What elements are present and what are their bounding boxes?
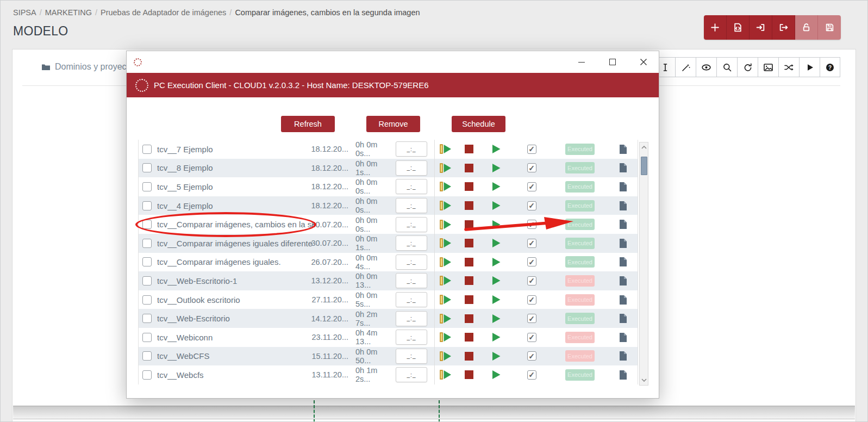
tab-dominios-y-proyectos[interactable]: Dominios y proyectos — [41, 62, 138, 72]
schedule-time-input[interactable] — [396, 217, 427, 232]
play-button[interactable] — [481, 271, 511, 290]
stop-button[interactable] — [457, 159, 481, 178]
report-document-button[interactable] — [608, 290, 638, 309]
stop-button[interactable] — [457, 177, 481, 196]
breadcrumb-item-pruebas[interactable]: Pruebas de Adaptador de imágenes — [101, 8, 226, 17]
table-scrollbar[interactable] — [639, 142, 648, 386]
help-button[interactable]: ? — [820, 57, 840, 77]
schedule-time-input[interactable] — [396, 349, 427, 364]
run-from-start-button[interactable] — [434, 196, 457, 215]
schedule-time-input[interactable] — [396, 255, 427, 270]
report-document-button[interactable] — [608, 159, 638, 178]
close-button[interactable] — [628, 51, 659, 73]
row-select-checkbox[interactable] — [142, 220, 152, 229]
eye-button[interactable] — [696, 57, 716, 77]
report-document-button[interactable] — [608, 347, 638, 366]
row-select-checkbox[interactable] — [142, 333, 152, 342]
stop-button[interactable] — [457, 253, 481, 272]
run-from-start-button[interactable] — [434, 365, 457, 384]
schedule-time-input[interactable] — [396, 292, 427, 307]
report-document-button[interactable] — [608, 253, 638, 272]
row-select-checkbox[interactable] — [142, 295, 152, 305]
row-select-checkbox[interactable] — [142, 182, 152, 191]
minimize-button[interactable] — [566, 51, 597, 73]
row-select-checkbox[interactable] — [142, 145, 152, 154]
executed-checkbox[interactable]: ✓ — [527, 182, 536, 191]
window-titlebar[interactable] — [127, 51, 659, 73]
play-button[interactable] — [481, 196, 511, 215]
unlock-button[interactable] — [795, 15, 818, 40]
executed-checkbox[interactable]: ✓ — [527, 145, 536, 154]
report-document-button[interactable] — [608, 177, 638, 196]
run-from-start-button[interactable] — [434, 253, 457, 272]
row-select-checkbox[interactable] — [142, 276, 152, 286]
report-document-button[interactable] — [608, 140, 638, 159]
schedule-button[interactable]: Schedule — [452, 116, 505, 132]
run-from-start-button[interactable] — [434, 328, 457, 347]
run-from-start-button[interactable] — [434, 234, 457, 253]
executed-checkbox[interactable]: ✓ — [527, 220, 536, 229]
remove-button[interactable]: Remove — [366, 116, 420, 132]
report-document-button[interactable] — [608, 234, 638, 253]
executed-checkbox[interactable]: ✓ — [527, 370, 536, 380]
schedule-time-input[interactable] — [396, 198, 427, 213]
executed-checkbox[interactable]: ✓ — [527, 351, 536, 361]
row-select-checkbox[interactable] — [142, 163, 152, 172]
play-button[interactable] — [481, 215, 511, 234]
search-button[interactable] — [716, 57, 737, 77]
run-from-start-button[interactable] — [434, 347, 457, 366]
row-select-checkbox[interactable] — [142, 257, 152, 266]
schedule-time-input[interactable] — [396, 235, 427, 251]
row-select-checkbox[interactable] — [142, 239, 152, 248]
executed-checkbox[interactable]: ✓ — [527, 239, 536, 248]
report-document-button[interactable] — [608, 328, 638, 347]
stop-button[interactable] — [457, 234, 481, 253]
schedule-time-input[interactable] — [396, 141, 427, 157]
stop-button[interactable] — [457, 196, 481, 215]
play-button[interactable] — [481, 140, 511, 159]
row-select-checkbox[interactable] — [142, 201, 152, 210]
stop-button[interactable] — [457, 271, 481, 290]
report-document-button[interactable] — [608, 365, 638, 384]
executed-checkbox[interactable]: ✓ — [527, 163, 536, 172]
row-select-checkbox[interactable] — [142, 314, 152, 323]
play-button[interactable] — [481, 290, 511, 309]
run-from-start-button[interactable] — [434, 290, 457, 309]
report-document-button[interactable] — [608, 309, 638, 328]
executed-checkbox[interactable]: ✓ — [527, 276, 536, 286]
maximize-button[interactable] — [597, 51, 628, 73]
breadcrumb-item-marketing[interactable]: MARKETING — [45, 8, 92, 17]
refresh-button[interactable] — [737, 57, 758, 77]
magic-wand-button[interactable] — [675, 57, 696, 77]
run-from-start-button[interactable] — [434, 215, 457, 234]
stop-button[interactable] — [457, 347, 481, 366]
executed-checkbox[interactable]: ✓ — [527, 333, 536, 342]
run-from-start-button[interactable] — [434, 140, 457, 159]
export-button[interactable] — [772, 15, 795, 40]
executed-checkbox[interactable]: ✓ — [527, 314, 536, 323]
run-from-start-button[interactable] — [434, 309, 457, 328]
shuffle-button[interactable] — [778, 57, 799, 77]
row-select-checkbox[interactable] — [142, 370, 152, 380]
run-from-start-button[interactable] — [434, 159, 457, 178]
play-button[interactable] — [481, 347, 511, 366]
schedule-time-input[interactable] — [396, 160, 427, 176]
report-document-button[interactable] — [608, 271, 638, 290]
stop-button[interactable] — [457, 140, 481, 159]
play-button[interactable] — [481, 253, 511, 272]
executed-checkbox[interactable]: ✓ — [527, 257, 536, 266]
scrollbar-thumb[interactable] — [641, 157, 647, 175]
schedule-time-input[interactable] — [396, 179, 427, 194]
row-select-checkbox[interactable] — [142, 351, 152, 361]
schedule-time-input[interactable] — [396, 367, 427, 382]
schedule-time-input[interactable] — [396, 273, 427, 288]
schedule-time-input[interactable] — [396, 330, 427, 345]
play-button[interactable] — [481, 159, 511, 178]
breadcrumb-item-sipsa[interactable]: SIPSA — [13, 8, 36, 17]
run-from-start-button[interactable] — [434, 271, 457, 290]
play-button[interactable] — [481, 365, 511, 384]
stop-button[interactable] — [457, 215, 481, 234]
stop-button[interactable] — [457, 328, 481, 347]
stop-button[interactable] — [457, 365, 481, 384]
play-button[interactable] — [481, 309, 511, 328]
